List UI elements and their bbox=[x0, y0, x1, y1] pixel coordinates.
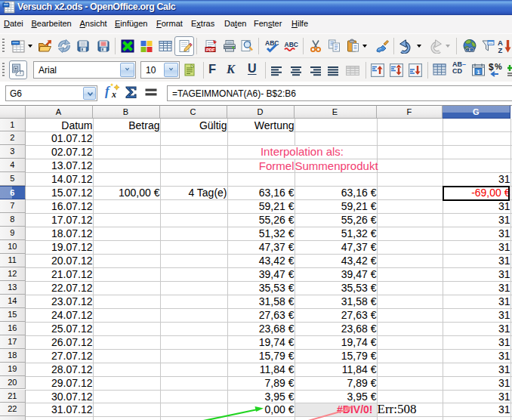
svg-text:%: % bbox=[495, 62, 502, 71]
svg-text:ABC: ABC bbox=[285, 41, 298, 48]
svg-text:PDF: PDF bbox=[206, 48, 215, 52]
svg-text:x: x bbox=[111, 89, 116, 100]
svg-text:ABC: ABC bbox=[265, 39, 279, 47]
svg-text:Z: Z bbox=[498, 46, 503, 54]
svg-text:f: f bbox=[105, 84, 111, 98]
svg-text:$: $ bbox=[489, 62, 494, 73]
svg-text:1: 1 bbox=[477, 69, 480, 76]
